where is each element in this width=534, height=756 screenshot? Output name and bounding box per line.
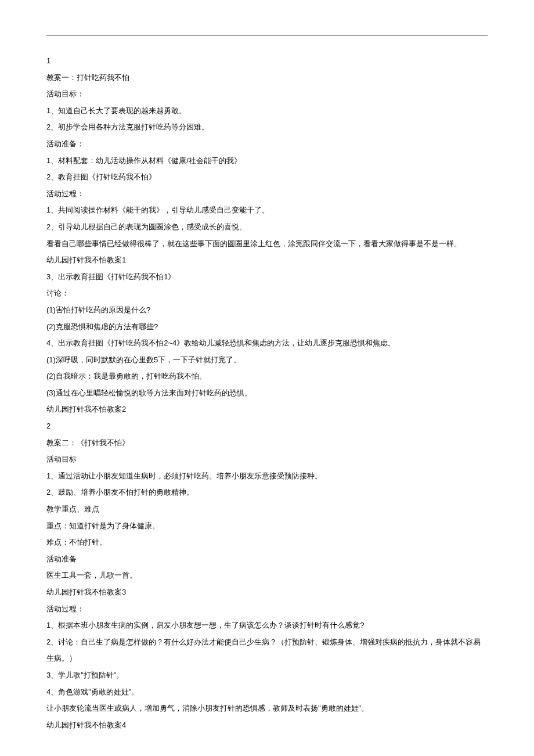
text-line: 4、角色游戏"勇敢的娃娃"。 <box>46 684 488 701</box>
text-line: 1、根据本班小朋友生病的实例，启发小朋友想一想，生了病该怎么办？谈谈打针时有什么… <box>46 617 488 634</box>
text-line: 2、引导幼儿根据自己的表现为圆圈涂色，感受成长的喜悦。 <box>46 219 488 236</box>
text-line: 医生工具一套，儿歌一首。 <box>46 567 488 584</box>
text-line: 1、材料配套：幼儿活动操作从材料《健康/社会能干的我》 <box>46 153 488 170</box>
text-line: 2、教育挂图《打针吃药我不怕》 <box>46 169 488 186</box>
document-content: 1教案一：打针吃药我不怕活动目标：1、知道自己长大了要表现的越来越勇敢。2、初步… <box>46 53 488 733</box>
text-line: (3)通过在心里唱轻松愉悦的歌等方法来面对打针吃药的恐惧。 <box>46 385 488 402</box>
document-page: 1教案一：打针吃药我不怕活动目标：1、知道自己长大了要表现的越来越勇敢。2、初步… <box>0 0 534 756</box>
text-line: 1 <box>46 53 488 70</box>
text-line: 幼儿园打针我不怕教案2 <box>46 401 488 418</box>
text-line: 讨论： <box>46 285 488 302</box>
text-line: (2)自我暗示：我是最勇敢的，打针吃药我不怕。 <box>46 368 488 385</box>
text-line: 3、出示教育挂图《打针吃药我不怕1》 <box>46 269 488 286</box>
text-line: 难点：不怕打针。 <box>46 534 488 551</box>
text-line: (1)害怕打针吃药的原因是什么? <box>46 302 488 319</box>
text-line: 教案二：《打针我不怕》 <box>46 435 488 452</box>
text-line: 1、知道自己长大了要表现的越来越勇敢。 <box>46 103 488 120</box>
text-line: 活动过程： <box>46 186 488 203</box>
text-line: 重点：知道打针是为了身体健康。 <box>46 518 488 535</box>
text-line: 4、出示教育挂图《打针吃药我不怕2~4》教给幼儿减轻恐惧和焦虑的方法，让幼儿逐步… <box>46 335 488 352</box>
text-line: 幼儿园打针我不怕教案3 <box>46 584 488 601</box>
text-line: 幼儿园打针我不怕教案1 <box>46 252 488 269</box>
text-line: 2、讨论：自己生了病是怎样做的？有什么好办法才能使自己少生病？（打预防针、锻炼身… <box>46 634 488 667</box>
text-line: 2、鼓励、培养小朋友不怕打针的勇敢精神。 <box>46 484 488 501</box>
text-line: 活动过程： <box>46 601 488 618</box>
text-line: 2、初步学会用各种方法克服打针吃药等分困难。 <box>46 119 488 136</box>
text-line: 活动目标 <box>46 451 488 468</box>
top-divider <box>46 35 488 35</box>
text-line: 教案一：打针吃药我不怕 <box>46 70 488 87</box>
text-line: 1、共同阅读操作材料《能干的我》，引导幼儿感受自己变能干了。 <box>46 202 488 219</box>
text-line: 让小朋友轮流当医生或病人，增加勇气，消除小朋友打针的恐惧感，教师及时表扬"勇敢的… <box>46 700 488 717</box>
text-line: 1、通过活动让小朋友知道生病时，必须打针吃药。培养小朋友乐意接受预防接种。 <box>46 468 488 485</box>
text-line: (1)深呼吸，同时默默的在心里数5下，一下子针就打完了。 <box>46 352 488 369</box>
text-line: 3、学儿歌"打预防针"。 <box>46 667 488 684</box>
text-line: 教学重点、难点 <box>46 501 488 518</box>
text-line: (2)克服恐惧和焦虑的方法有哪些? <box>46 319 488 336</box>
text-line: 活动目标： <box>46 86 488 103</box>
text-line: 看看自己哪些事情已经做得很棒了，就在这些事下面的圆圈里涂上红色，涂完跟同伴交流一… <box>46 236 488 253</box>
text-line: 2 <box>46 418 488 435</box>
text-line: 活动准备： <box>46 136 488 153</box>
text-line: 幼儿园打针我不怕教案4 <box>46 717 488 734</box>
text-line: 活动准备 <box>46 551 488 568</box>
